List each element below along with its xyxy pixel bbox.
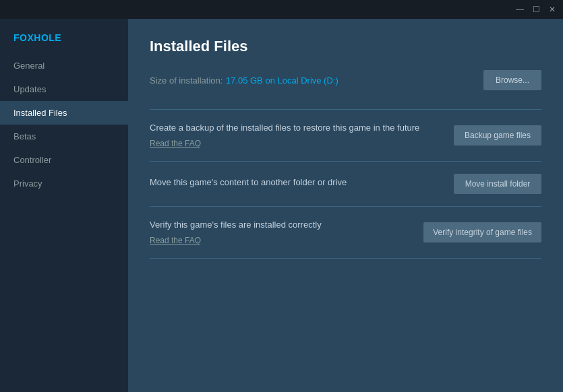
sidebar-item-label: Betas: [13, 131, 36, 141]
verify-section: Verify this game's files are installed c…: [150, 206, 541, 259]
sidebar: FOXHOLE General Updates Installed Files …: [0, 19, 128, 392]
maximize-button[interactable]: ☐: [531, 4, 541, 15]
install-size-label: Size of installation:: [150, 75, 223, 86]
minimize-button[interactable]: —: [514, 4, 525, 15]
verify-description: Verify this game's files are installed c…: [150, 219, 423, 246]
sidebar-item-installed-files[interactable]: Installed Files: [0, 101, 128, 125]
close-button[interactable]: ✕: [547, 4, 558, 15]
sidebar-item-label: Controller: [13, 155, 51, 165]
verify-faq-link[interactable]: Read the FAQ: [150, 236, 201, 245]
main-container: FOXHOLE General Updates Installed Files …: [0, 19, 563, 392]
verify-button[interactable]: Verify integrity of game files: [423, 222, 541, 242]
content-area: Installed Files Size of installation: 17…: [128, 19, 563, 392]
sidebar-item-controller[interactable]: Controller: [0, 148, 128, 172]
install-size-info: Size of installation: 17.05 GB on Local …: [150, 74, 338, 86]
install-size-value: 17.05 GB on Local Drive (D:): [226, 75, 338, 86]
install-size-row: Size of installation: 17.05 GB on Local …: [150, 70, 541, 90]
sidebar-item-general[interactable]: General: [0, 54, 128, 77]
sidebar-item-label: Updates: [13, 84, 46, 94]
title-bar: — ☐ ✕: [0, 0, 563, 19]
move-section: Move this game's content to another fold…: [150, 161, 541, 206]
sidebar-item-label: General: [13, 61, 45, 71]
sidebar-item-betas[interactable]: Betas: [0, 125, 128, 148]
browse-button[interactable]: Browse...: [483, 70, 541, 90]
game-title: FOXHOLE: [0, 26, 128, 54]
sidebar-item-label: Installed Files: [13, 108, 67, 118]
move-button[interactable]: Move install folder: [454, 174, 541, 194]
verify-description-text: Verify this game's files are installed c…: [150, 219, 410, 231]
page-title: Installed Files: [150, 38, 541, 55]
sidebar-item-updates[interactable]: Updates: [0, 77, 128, 101]
sidebar-item-privacy[interactable]: Privacy: [0, 172, 128, 195]
backup-description-text: Create a backup of the installed files t…: [150, 122, 440, 134]
backup-button[interactable]: Backup game files: [454, 125, 541, 145]
backup-section: Create a backup of the installed files t…: [150, 109, 541, 161]
move-description: Move this game's content to another fold…: [150, 176, 454, 191]
backup-faq-link[interactable]: Read the FAQ: [150, 139, 201, 148]
sidebar-item-label: Privacy: [13, 178, 42, 189]
move-description-text: Move this game's content to another fold…: [150, 176, 440, 189]
backup-description: Create a backup of the installed files t…: [150, 122, 454, 149]
